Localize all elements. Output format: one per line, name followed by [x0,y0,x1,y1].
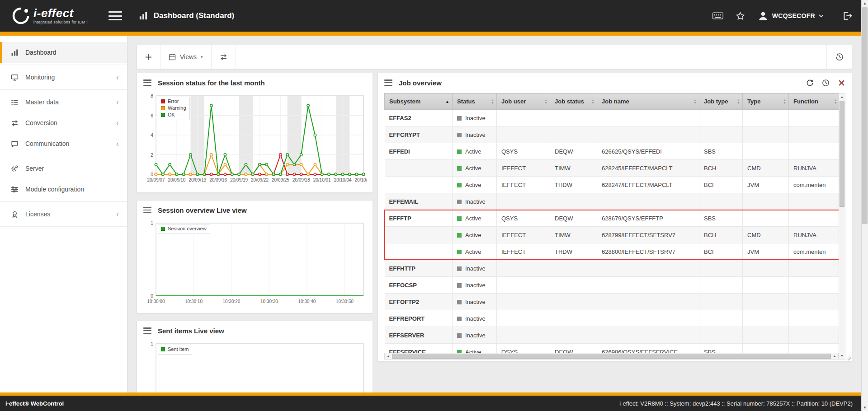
page-scroll-down-arrow[interactable]: ▼ [862,404,868,411]
panel-title: Session overview Live view [158,206,247,214]
footer-system-info: i-effect: V2R8M0 :: System: devp2:443 ::… [619,400,853,407]
panel-drag-handle-icon[interactable] [143,327,151,334]
username-label: WCQSECOFR [772,12,815,19]
add-widget-button[interactable] [137,45,160,69]
chart-legend: Sent item [158,345,192,355]
panel-title: Session status for the last month [158,79,265,87]
sidebar-item-conversion[interactable]: Conversion‹ [0,112,127,133]
page-scroll-up-arrow[interactable]: ▲ [862,0,868,7]
job-table-viewport: Subsystem▲Status▲▼Job user▲▼Job status▲▼… [384,93,845,360]
job-row-effftp[interactable]: EFFFTPActiveQSYSDEQW628679/QSYS/EFFFTPSB… [385,210,840,227]
status-square [457,333,462,338]
chart-legend: Session overview [158,224,210,234]
job-row-effreport[interactable]: EFFREPORTInactive [385,310,840,327]
accent-bar-bottom [0,392,868,396]
page-scroll-thumb[interactable] [862,7,868,224]
job-row-effemail[interactable]: EFFEMAILInactive [385,193,840,210]
job-row-effcrypt[interactable]: EFFCRYPTInactive [385,126,840,143]
job-row-effas2[interactable]: EFFAS2Inactive [385,110,840,126]
job-table-region: Subsystem▲Status▲▼Job user▲▼Job status▲▼… [384,93,845,360]
chevron-down-icon [819,14,824,18]
svg-text:20/09/19: 20/09/19 [230,177,248,182]
sidebar-divider [0,201,127,202]
job-row-effhttp[interactable]: EFFHTTPInactive [385,260,840,277]
favorites-star-icon[interactable] [735,10,746,21]
vertical-scrollbar: ▲ ▼ [839,93,845,360]
scroll-down-arrow[interactable]: ▼ [839,352,845,359]
column-header-job-type[interactable]: Job type▲▼ [699,93,743,110]
panel-drag-handle-icon[interactable] [384,79,392,86]
horizontal-scroll-thumb[interactable] [392,354,831,359]
panel-drag-handle-icon[interactable] [143,207,151,213]
close-icon[interactable] [837,79,845,87]
sidebar-divider [0,89,127,90]
logo-swoosh-icon [12,7,30,25]
svg-text:0: 0 [151,172,153,177]
sidebar: DashboardMonitoring‹Master data‹Conversi… [0,36,127,392]
views-label: Views [180,53,197,61]
svg-text:20/09/28: 20/09/28 [292,177,310,182]
job-row-effserver[interactable]: EFFSERVERInactive [385,327,840,344]
column-header-job-status[interactable]: Job status▲▼ [550,93,597,110]
status-square [457,250,462,254]
sidebar-menu: DashboardMonitoring‹Master data‹Conversi… [0,42,127,227]
column-header-function[interactable]: Function▲▼ [789,93,840,110]
sidebar-item-module-configuration[interactable]: Module configuration [0,179,127,200]
job-row[interactable]: ActiveIEFFECTTHDW628247/IEFFECT/MAPCLTBC… [385,177,840,193]
sidebar-item-label: Server [25,165,127,172]
job-row[interactable]: ActiveIEFFECTTIMW628245/IEFFECT/MAPCLTBC… [385,160,840,177]
sidebar-item-label: Monitoring [25,74,109,81]
job-row[interactable]: ActiveIEFFECTTHDW628800/IEFFECT/SFTSRV7B… [385,243,840,260]
sidebar-item-label: Communication [25,140,109,147]
vertical-scroll-thumb[interactable] [840,101,844,207]
scroll-right-arrow[interactable]: ► [831,353,838,359]
job-row-effoftp2[interactable]: EFFOFTP2Inactive [385,294,840,310]
main-content: Views ▾ Session status for the last mont… [127,36,861,392]
job-row-effedi[interactable]: EFFEDIActiveQSYSDEQW626625/QSYS/EFFEDISB… [385,143,840,160]
user-menu[interactable]: WCQSECOFR [758,10,824,21]
menu-toggle-button[interactable] [108,10,122,21]
svg-text:1: 1 [151,220,153,226]
gears-icon [11,165,19,173]
column-header-status[interactable]: Status▲▼ [453,93,497,110]
panel-job-overview: Job overview [377,73,852,362]
job-row[interactable]: ActiveIEFFECTTIMW628799/IEFFECT/SFTSRV7B… [385,227,840,243]
panel-title: Sent items Live view [158,327,224,335]
logout-icon[interactable] [842,10,853,21]
panel-title: Job overview [399,79,442,87]
sidebar-item-server[interactable]: Server [0,158,127,179]
status-bar: i-effect® WebControl i-effect: V2R8M0 ::… [0,396,868,411]
status-square [457,300,462,304]
sidebar-item-label: Dashboard [25,49,127,56]
scroll-up-arrow[interactable]: ▲ [839,93,845,100]
column-header-type[interactable]: Type▲▼ [743,93,789,110]
history-button[interactable] [826,45,852,69]
scroll-left-arrow[interactable]: ◄ [385,353,392,359]
console-keyboard-icon[interactable] [712,10,723,21]
job-row-effocsp[interactable]: EFFOCSPInactive [385,277,840,294]
interval-clock-icon[interactable] [821,79,830,87]
svg-text:10:30:20: 10:30:20 [222,299,240,304]
sidebar-item-dashboard[interactable]: Dashboard [0,42,127,63]
sliders-icon [11,186,19,193]
page-title: Dashboard (Standard) [154,11,235,20]
user-avatar-icon [758,10,769,21]
status-square [457,149,462,154]
column-header-job-name[interactable]: Job name▲▼ [597,93,699,110]
chevron-left-icon: ‹ [116,98,119,106]
column-header-job-user[interactable]: Job user▲▼ [497,93,550,110]
refresh-icon[interactable] [806,79,814,87]
sidebar-item-communication[interactable]: Communication‹ [0,133,127,154]
panel-resize-grip[interactable] [845,355,851,360]
reload-layout-button[interactable] [212,45,236,69]
exchange-arrows-icon [220,53,227,61]
panel-drag-handle-icon[interactable] [143,79,151,86]
column-header-subsystem[interactable]: Subsystem▲ [385,93,453,110]
sidebar-item-master-data[interactable]: Master data‹ [0,92,127,112]
sidebar-item-licenses[interactable]: Licenses‹ [0,204,127,224]
sidebar-divider [0,156,127,156]
views-dropdown-button[interactable]: Views ▾ [160,45,212,69]
certificate-icon [11,210,19,218]
sort-icons: ▲▼ [783,99,786,104]
sidebar-item-monitoring[interactable]: Monitoring‹ [0,67,127,88]
